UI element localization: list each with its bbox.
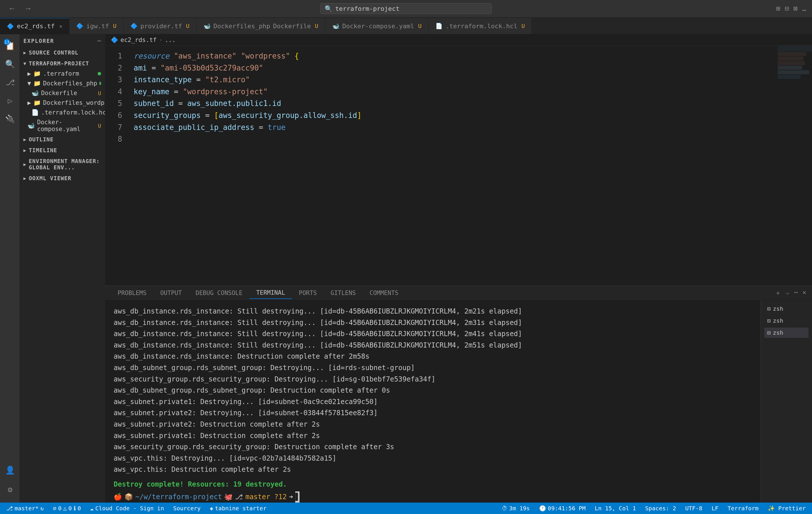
status-position[interactable]: Ln 15, Col 1 [593, 505, 638, 512]
activity-extensions[interactable]: 🔌 [1, 110, 18, 127]
terminal-more-icon[interactable]: ⋯ [794, 289, 798, 297]
status-spaces[interactable]: Spaces: 2 [643, 505, 678, 512]
status-encoding[interactable]: UTF-8 [684, 505, 704, 512]
term-line-5: aws_db_instance.rds_instance: Destructio… [114, 351, 752, 362]
status-prettier[interactable]: ✨ Prettier [766, 505, 807, 512]
tab-label-ec2-rds: ec2_rds.tf [17, 23, 55, 30]
tab-modified-provider: U [186, 23, 190, 29]
activity-settings[interactable]: ⚙ [1, 481, 18, 498]
position-value: Ln 15, Col 1 [595, 505, 636, 512]
svg-rect-1 [778, 52, 806, 56]
tab-icon-tf: 🔷 [7, 23, 14, 30]
cloud-icon: ☁ [90, 505, 94, 512]
terminal-close-icon[interactable]: ✕ [803, 289, 806, 297]
tab-docker-compose[interactable]: 🐋 Docker-compose.yaml U [325, 18, 429, 34]
status-right: ⏱ 3m 19s 🕐 09:41:56 PM Ln 15, Col 1 Spac… [500, 505, 807, 512]
terminal-icon-zsh2: ⊡ [767, 317, 771, 324]
timeline-label: TIMELINE [29, 147, 57, 153]
folder-icon-dockerfiles-php: 📁 [33, 80, 41, 87]
terminal-tab-problems[interactable]: PROBLEMS [111, 287, 153, 299]
terminal-tab-terminal[interactable]: TERMINAL [249, 287, 292, 299]
terminal-instance-zsh-3[interactable]: ⊡ zsh [764, 327, 809, 338]
term-line-13: aws_security_group.rds_security_group: D… [114, 441, 752, 453]
status-language[interactable]: Terraform [726, 505, 760, 512]
status-branch[interactable]: ⎇ master* ↻ [5, 505, 46, 512]
terminal-zsh2-label: zsh [773, 317, 783, 324]
tree-item-dockerfiles-php[interactable]: ▼ 📁 Dockerfiles_php [20, 79, 105, 88]
terminal-tab-output[interactable]: OUTPUT [153, 287, 189, 299]
terminal-actions: ＋ ⌵ ⋯ ✕ [775, 289, 806, 297]
tab-provider[interactable]: 🔷 provider.tf U [124, 18, 197, 34]
activity-explorer[interactable]: 📋 13 [1, 37, 18, 54]
activity-search[interactable]: 🔍 [1, 55, 18, 73]
chevron-right-icon: ▶ [23, 50, 27, 55]
timeline-section[interactable]: ▶ TIMELINE [20, 145, 105, 155]
info-icon: ℹ [74, 505, 76, 512]
folder-icon-dw: 📁 [33, 99, 41, 106]
env-manager-section[interactable]: ▶ ENVIRONMENT MANAGER: GLOBAL ENV... [20, 155, 105, 173]
tree-item-terraform[interactable]: ▶ 📁 .terraform [20, 69, 105, 79]
source-control-section[interactable]: ▶ SOURCE CONTROL [20, 47, 105, 58]
dockerfile-modified: U [98, 90, 101, 96]
more-icon[interactable]: … [802, 5, 806, 12]
code-editor[interactable]: 1 2 3 4 5 6 7 8 resource "aws_instance" [105, 46, 812, 286]
code-line-3: instance_type = "t2.micro" [134, 74, 772, 86]
status-left: ⎇ master* ↻ ⊘ 0 △ 0 ℹ 0 ☁ Cloud Code - S… [5, 505, 268, 512]
tab-close-ec2-rds[interactable]: ✕ [59, 23, 62, 29]
terminal-split-icon[interactable]: ⌵ [786, 289, 789, 297]
status-tabnine[interactable]: ◈ tabnine starter [208, 505, 268, 512]
term-line-2: aws_db_instance.rds_instance: Still dest… [114, 317, 752, 329]
status-sourcery[interactable]: Sourcery [171, 505, 202, 512]
terminal-tab-comments[interactable]: COMMENTS [362, 287, 405, 299]
activity-run[interactable]: ▷ [1, 92, 18, 109]
tab-lock[interactable]: 📄 .terraform.lock.hcl U [429, 18, 532, 34]
forward-button[interactable]: → [22, 3, 34, 14]
tree-item-docker-compose[interactable]: 🐋 Docker-compose.yaml U [20, 117, 105, 134]
tree-item-terraform-lock[interactable]: 📄 .terraform.lock.hcl U [20, 108, 105, 117]
git-icon: 🐙 [224, 491, 233, 503]
tab-label-dockerfile: Dockerfile [273, 23, 311, 30]
status-errors[interactable]: ⊘ 0 △ 0 ℹ 0 [51, 505, 83, 512]
tab-icon-provider: 🔷 [130, 23, 138, 29]
tree-item-dockerfile[interactable]: 🐋 Dockerfile U [20, 88, 105, 98]
terraform-project-section[interactable]: ▼ TERRAFORM-PROJECT [20, 58, 105, 69]
back-button[interactable]: ← [6, 3, 18, 14]
info-count: 0 [78, 505, 81, 512]
explorer-more-icon[interactable]: ⋯ [97, 37, 101, 44]
account-icon: 👤 [5, 465, 15, 475]
tab-modified-igw: U [113, 23, 116, 29]
ooxml-section[interactable]: ▶ OOXML VIEWER [20, 173, 105, 183]
tab-icon-compose: 🐋 [332, 23, 340, 29]
tab-modified-compose: U [418, 23, 422, 29]
grid-icon[interactable]: ⊠ [793, 5, 798, 12]
tree-item-dockerfiles-wordpress[interactable]: ▶ 📁 Dockerfiles_wordpress [20, 98, 105, 108]
terminal-tab-gitlens[interactable]: GITLENS [324, 287, 363, 299]
tab-icon-igw: 🔷 [76, 23, 83, 29]
terminal-add-icon[interactable]: ＋ [775, 289, 781, 297]
tab-ec2-rds[interactable]: 🔷 ec2_rds.tf ✕ [0, 18, 69, 34]
term-line-9: aws_subnet.private1: Destroying... [id=s… [114, 396, 752, 408]
tab-igw[interactable]: 🔷 igw.tf U [69, 18, 124, 34]
errors-icon: ⊘ [53, 505, 56, 512]
split-icon[interactable]: ⊟ [785, 5, 789, 12]
terminal-output[interactable]: aws_db_instance.rds_instance: Still dest… [105, 300, 761, 503]
code-content[interactable]: resource "aws_instance" "wordpress" { am… [128, 46, 778, 286]
outline-section[interactable]: ▶ OUTLINE [20, 134, 105, 145]
activity-source-control[interactable]: ⎇ [1, 74, 18, 91]
terminal-tab-ports[interactable]: PORTS [292, 287, 324, 299]
terminal-tab-debug[interactable]: DEBUG CONSOLE [189, 287, 249, 299]
layout-icon[interactable]: ⊞ [776, 5, 780, 12]
terminal-instance-zsh-2[interactable]: ⊡ zsh [764, 316, 809, 326]
cursor: ▋ [295, 491, 299, 503]
terminal-instance-zsh-1[interactable]: ⊡ zsh [764, 304, 809, 314]
status-line-ending[interactable]: LF [710, 505, 720, 512]
git-branch-icon: ⎇ [6, 505, 13, 512]
svg-rect-2 [778, 57, 804, 60]
tab-label-lock: .terraform.lock.hcl [445, 23, 517, 30]
tab-dockerfile[interactable]: 🐋 Dockerfiles_php Dockerfile U [197, 18, 325, 34]
breadcrumb-dots: ... [165, 36, 176, 44]
activity-account[interactable]: 👤 [1, 461, 18, 479]
search-bar[interactable]: 🔍 terraform-project [320, 3, 492, 14]
status-cloud[interactable]: ☁ Cloud Code - Sign in [88, 505, 166, 512]
folder-expand-icon: ▼ [27, 80, 31, 87]
